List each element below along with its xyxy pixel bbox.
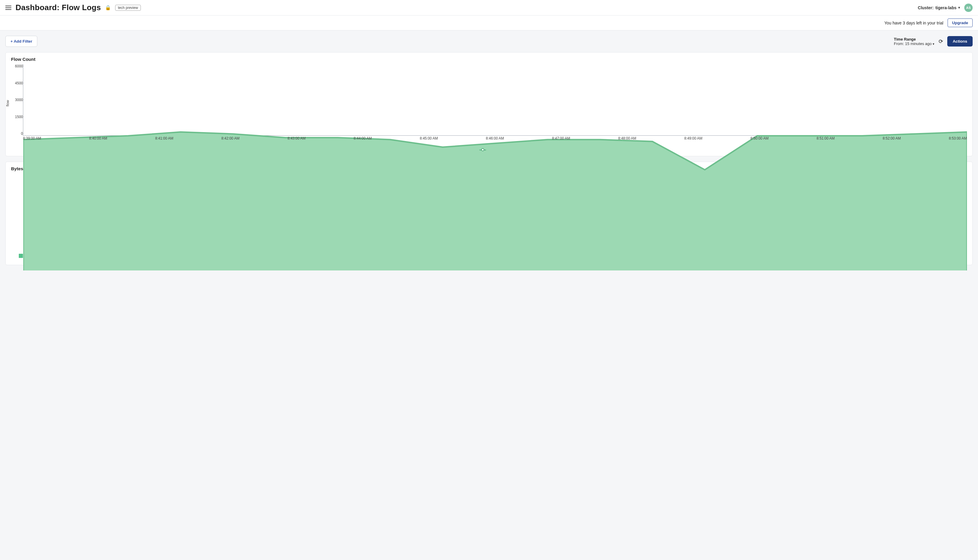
- trial-message: You have 3 days left in your trial: [885, 20, 943, 25]
- x-tick: 8:43:00 AM: [288, 136, 306, 145]
- y-tick: 0: [21, 132, 23, 136]
- x-tick: 8:40:00 AM: [89, 136, 107, 145]
- lock-icon: 🔒: [105, 5, 111, 10]
- actions-button[interactable]: Actions: [947, 36, 973, 47]
- time-range-label: Time Range: [894, 37, 935, 42]
- x-tick: 8:46:00 AM: [486, 136, 504, 145]
- x-tick: 8:53:00 AM: [949, 136, 967, 145]
- x-tick: 8:41:00 AM: [155, 136, 174, 145]
- y-tick: 1500: [15, 115, 23, 119]
- cluster-label: Cluster:: [918, 5, 933, 10]
- toolbar-right: Time Range From: 15 minutes ago ▾ ⟳ Acti…: [894, 36, 973, 47]
- x-tick: 8:50:00 AM: [750, 136, 769, 145]
- header-left: Dashboard: Flow Logs 🔒 tech preview: [5, 3, 141, 12]
- x-tick: 8:42:00 AM: [221, 136, 240, 145]
- toolbar: + Add Filter Time Range From: 15 minutes…: [0, 30, 978, 52]
- y-axis-label: flow: [6, 100, 10, 107]
- chevron-down-icon: ▾: [958, 6, 960, 10]
- flow-area-svg: [23, 64, 967, 270]
- x-tick: 8:51:00 AM: [816, 136, 835, 145]
- page-title: Dashboard: Flow Logs: [15, 3, 101, 12]
- cluster-selector[interactable]: Cluster: tigera-labs ▾: [918, 5, 960, 10]
- hamburger-menu-icon[interactable]: [5, 6, 11, 10]
- app-header: Dashboard: Flow Logs 🔒 tech preview Clus…: [0, 0, 978, 15]
- y-tick: 4500: [15, 81, 23, 85]
- tech-preview-badge: tech preview: [115, 5, 140, 11]
- legend-swatch: [19, 254, 23, 258]
- flow-plot-area: [23, 64, 967, 136]
- chevron-down-icon: ▾: [933, 42, 935, 46]
- flow-count-title: Flow Count: [11, 57, 967, 62]
- x-tick: 8:44:00 AM: [354, 136, 372, 145]
- trial-bar: You have 3 days left in your trial Upgra…: [0, 15, 978, 30]
- flow-count-chart: flow 60004500300015000 8:39:00 AM8:40:00…: [23, 64, 967, 145]
- x-axis: 8:39:00 AM8:40:00 AM8:41:00 AM8:42:00 AM…: [23, 136, 967, 145]
- refresh-icon[interactable]: ⟳: [939, 38, 943, 45]
- upgrade-button[interactable]: Upgrade: [948, 18, 973, 27]
- add-filter-button[interactable]: + Add Filter: [5, 36, 37, 47]
- user-avatar[interactable]: AS: [964, 3, 973, 12]
- y-tick: 3000: [15, 98, 23, 102]
- cluster-value: tigera-labs: [935, 5, 956, 10]
- x-tick: 8:48:00 AM: [618, 136, 636, 145]
- x-tick: 8:45:00 AM: [420, 136, 438, 145]
- y-tick: 6000: [15, 64, 23, 68]
- x-tick: 8:39:00 AM: [23, 136, 41, 145]
- y-axis: 60004500300015000: [11, 64, 23, 136]
- x-tick: 8:49:00 AM: [684, 136, 703, 145]
- header-right: Cluster: tigera-labs ▾ AS: [918, 3, 973, 12]
- time-range-value: From: 15 minutes ago ▾: [894, 42, 935, 46]
- flow-count-card: Flow Count flow 60004500300015000 8:39:0…: [5, 52, 973, 156]
- x-tick: 8:52:00 AM: [883, 136, 901, 145]
- time-range-selector[interactable]: Time Range From: 15 minutes ago ▾: [894, 37, 935, 46]
- x-tick: 8:47:00 AM: [552, 136, 570, 145]
